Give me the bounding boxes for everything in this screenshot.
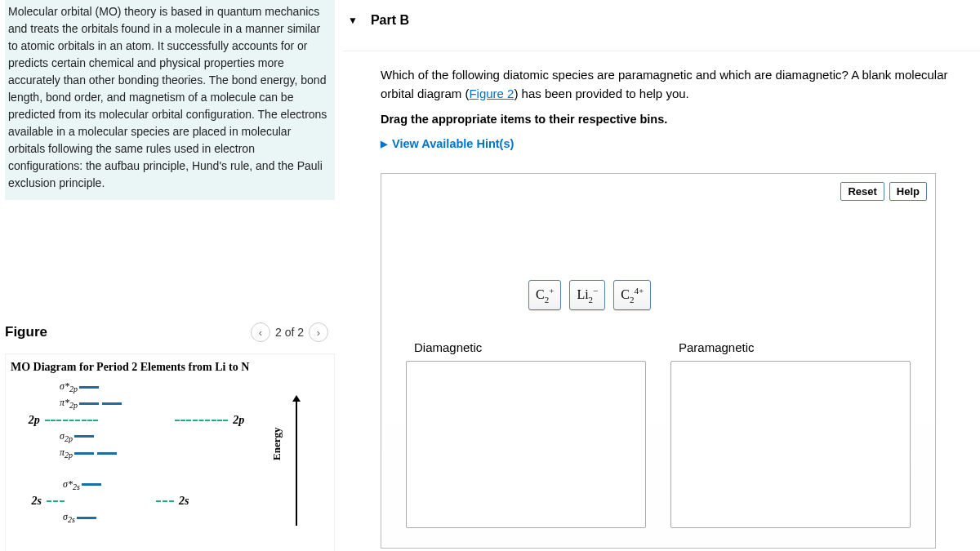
drag-drop-workspace: Reset Help C2+ Li2− C24+ Diamagnetic Par… <box>381 173 936 549</box>
chip-c2-plus[interactable]: C2+ <box>528 280 561 310</box>
mo-diagram-card: MO Diagram for Period 2 Elements from Li… <box>5 353 335 551</box>
chevron-right-icon: ▶ <box>381 139 387 149</box>
pager-indicator: 2 of 2 <box>275 326 304 339</box>
energy-axis: Energy <box>288 395 305 526</box>
chip-li2-minus[interactable]: Li2− <box>569 280 605 310</box>
figure-pager: ‹ 2 of 2 › <box>251 322 328 342</box>
intro-text: Molecular orbital (MO) theory is based i… <box>5 0 335 200</box>
figure-heading: Figure <box>5 324 47 340</box>
bin-diamagnetic[interactable]: Diamagnetic <box>406 337 646 538</box>
bin-diamagnetic-label: Diamagnetic <box>406 337 646 358</box>
bin-paramagnetic-label: Paramagnetic <box>670 337 911 358</box>
part-header[interactable]: ▼ Part B <box>343 0 980 51</box>
figure-link[interactable]: Figure 2 <box>469 87 514 100</box>
chip-c2-4plus[interactable]: C24+ <box>613 280 651 310</box>
hints-toggle[interactable]: ▶ View Available Hint(s) <box>381 137 965 150</box>
question-text: Which of the following diatomic species … <box>381 66 965 103</box>
draggable-items: C2+ Li2− C24+ <box>528 280 651 310</box>
mo-diagram-title: MO Diagram for Period 2 Elements from Li… <box>11 361 329 374</box>
reset-button[interactable]: Reset <box>840 182 884 201</box>
pager-next-button[interactable]: › <box>309 322 328 342</box>
part-title: Part B <box>371 13 409 28</box>
drag-instruction: Drag the appropriate items to their resp… <box>381 113 965 126</box>
pager-prev-button[interactable]: ‹ <box>251 322 270 342</box>
energy-axis-label: Energy <box>270 428 283 460</box>
chevron-down-icon: ▼ <box>348 15 358 26</box>
mo-diagram: Energy σ*2p π*2p 2p <box>11 379 329 551</box>
bin-paramagnetic[interactable]: Paramagnetic <box>670 337 911 538</box>
help-button[interactable]: Help <box>889 182 927 201</box>
